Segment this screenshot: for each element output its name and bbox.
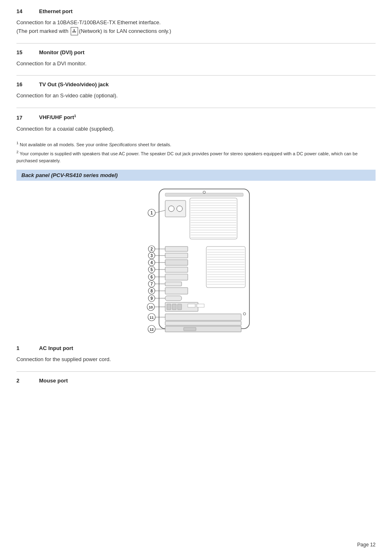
section-17-header: 17 VHF/UHF port1 [16,114,376,120]
svg-rect-62 [188,304,195,307]
section-2-header: 2 Mouse port [16,378,376,384]
svg-rect-59 [167,304,171,310]
section-14-header: 14 Ethernet port [16,8,376,14]
section-15-body: Connection for a DVI monitor. [16,60,376,68]
page-container: 14 Ethernet port Connection for a 10BASE… [0,0,392,408]
footnote-2: 2 Your computer is supplied with speaker… [16,150,376,164]
svg-text:9: 9 [150,296,153,301]
svg-text:11: 11 [150,315,154,320]
svg-rect-30 [165,253,188,258]
svg-text:12: 12 [150,327,154,332]
svg-text:1: 1 [150,211,153,215]
section-1: 1 AC Input port Connection for the suppl… [16,345,376,364]
section-16-header: 16 TV Out (S-Video/video) jack [16,81,376,88]
svg-rect-34 [165,260,188,265]
section-16-number: 16 [16,81,39,88]
svg-rect-60 [172,304,176,310]
svg-text:5: 5 [150,267,153,272]
svg-point-21 [168,206,174,212]
svg-point-22 [177,206,182,212]
section-1-body: Connection for the supplied power cord. [16,355,376,364]
section-17-title: VHF/UHF port1 [39,114,76,120]
section-17: 17 VHF/UHF port1 Connection for a coaxia… [16,114,376,133]
footnote-1: 1 Not available on all models. See your … [16,140,376,148]
section-16: 16 TV Out (S-Video/video) jack Connectio… [16,81,376,100]
svg-rect-42 [165,274,188,280]
section-14-number: 14 [16,8,39,14]
section-15: 15 Monitor (DVI) port Connection for a D… [16,49,376,68]
section-16-title: TV Out (S-Video/video) jack [39,81,109,88]
section-14-title: Ethernet port [39,8,73,14]
svg-text:2: 2 [150,247,153,251]
section-14-body: Connection for a 10BASE-T/100BASE-TX Eth… [16,18,376,36]
back-panel-diagram: 1 2 3 4 5 6 [134,185,258,337]
section-1-number: 1 [16,345,39,351]
panel-header: Back panel (PCV-RS410 series model) [16,170,376,181]
svg-text:7: 7 [150,282,153,286]
diagram-area: 1 2 3 4 5 6 [16,185,376,337]
svg-rect-46 [165,282,182,286]
svg-text:6: 6 [150,275,153,279]
divider-15-16 [16,75,376,76]
section-15-title: Monitor (DVI) port [39,49,84,55]
section-2-title: Mouse port [39,378,68,384]
svg-rect-54 [165,296,182,301]
svg-rect-26 [165,246,188,251]
section-15-number: 15 [16,49,39,55]
section-17-body: Connection for a coaxial cable (supplied… [16,125,376,134]
divider-14-15 [16,43,376,44]
svg-text:10: 10 [149,305,153,309]
svg-text:3: 3 [150,253,153,258]
section-16-body: Connection for an S-video cable (optiona… [16,92,376,100]
section-15-header: 15 Monitor (DVI) port [16,49,376,55]
svg-rect-90 [184,327,196,331]
svg-rect-83 [165,314,241,320]
svg-rect-63 [197,304,204,307]
page-number: Page 12 [357,542,376,548]
section-14: 14 Ethernet port Connection for a 10BASE… [16,8,376,36]
section-17-number: 17 [16,115,39,121]
svg-rect-61 [178,304,182,310]
section-2: 2 Mouse port [16,378,376,384]
divider-1-2 [16,371,376,372]
network-icon: 🖧 [71,27,78,35]
svg-text:8: 8 [150,289,153,293]
svg-rect-50 [165,288,188,294]
divider-16-17 [16,108,376,108]
svg-rect-38 [165,267,188,272]
section-1-title: AC Input port [39,345,73,351]
svg-rect-84 [165,321,241,325]
svg-rect-89 [165,326,241,332]
section-1-header: 1 AC Input port [16,345,376,351]
section-2-number: 2 [16,378,39,384]
svg-text:4: 4 [150,260,153,265]
